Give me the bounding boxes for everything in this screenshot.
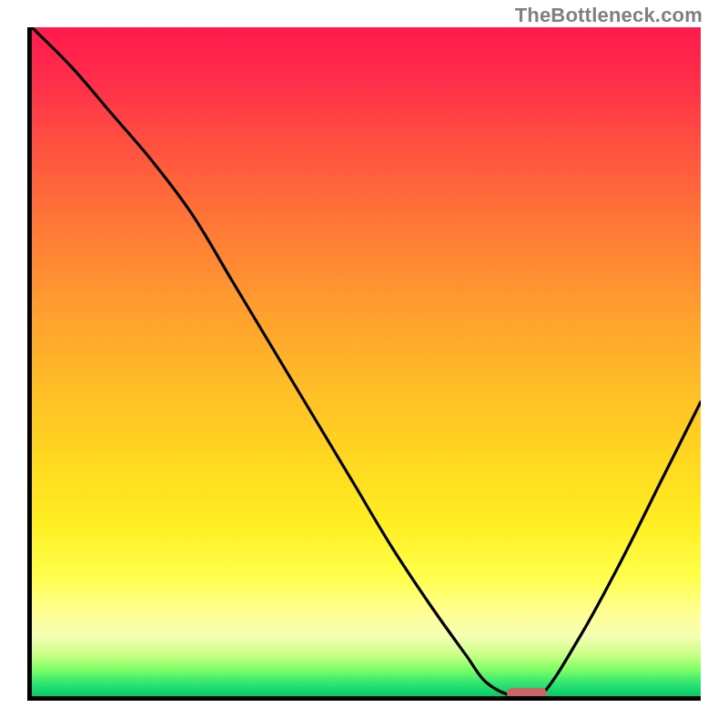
gradient-background	[32, 27, 701, 696]
bottleneck-chart: TheBottleneck.com	[0, 0, 728, 728]
plot-area	[27, 27, 701, 701]
watermark-text: TheBottleneck.com	[515, 4, 703, 27]
optimal-marker	[507, 688, 547, 699]
